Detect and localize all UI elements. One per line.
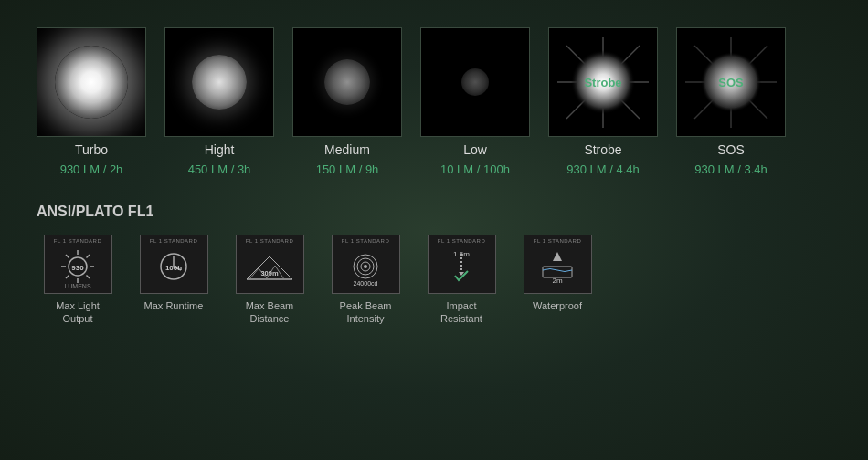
svg-line-15 <box>66 255 69 258</box>
mode-stats-strobe: 930 LM / 4.4h <box>566 162 640 176</box>
mode-name-strobe: Strobe <box>584 142 621 157</box>
mode-name-medium: Medium <box>324 142 370 157</box>
spec-impact: FL 1 STANDARD 1.5m Impact Resistant <box>420 235 503 326</box>
mode-image-high <box>164 27 274 137</box>
ansi-section: ANSI/PLATO FL1 FL 1 STANDARD <box>37 204 831 326</box>
mode-image-turbo <box>37 27 146 137</box>
spec-label-waterproof: Waterproof <box>533 299 582 312</box>
mode-image-medium <box>292 27 402 137</box>
spec-label-max-runtime: Max Runtime <box>144 299 204 312</box>
mode-stats-high: 450 LM / 3h <box>188 162 251 176</box>
mode-turbo: Turbo 930 LM / 2h <box>37 27 146 176</box>
mode-name-turbo: Turbo <box>75 142 108 157</box>
mode-stats-medium: 150 LM / 9h <box>316 162 379 176</box>
mode-name-low: Low <box>463 142 487 157</box>
svg-text:309m: 309m <box>260 269 279 277</box>
svg-line-18 <box>87 275 90 278</box>
spec-badge-peak-beam: FL 1 STANDARD 24000cd <box>332 235 400 294</box>
sos-text-label: SOS <box>718 76 743 89</box>
spec-label-peak-beam: Peak Beam Intensity <box>340 299 392 326</box>
svg-text:100h: 100h <box>165 264 182 272</box>
spec-badge-max-beam-distance: FL 1 STANDARD 309m <box>236 235 304 294</box>
mode-high: Hight 450 LM / 3h <box>164 27 274 176</box>
mode-name-sos: SOS <box>717 142 745 157</box>
mode-medium: Medium 150 LM / 9h <box>292 27 402 176</box>
mode-image-low <box>420 27 530 137</box>
mode-name-high: Hight <box>205 142 235 157</box>
ansi-title: ANSI/PLATO FL1 <box>37 204 831 220</box>
svg-text:2m: 2m <box>552 277 562 285</box>
svg-text:1.5m: 1.5m <box>453 250 470 258</box>
spec-badge-max-light: FL 1 STANDARD 930 LUMENS <box>44 235 112 294</box>
spec-max-beam-distance: FL 1 STANDARD 309m Max Beam Distance <box>228 235 311 326</box>
svg-marker-35 <box>553 252 562 261</box>
spec-max-runtime: FL 1 STANDARD 100h Max Runtime <box>132 235 215 312</box>
spec-peak-beam: FL 1 STANDARD 24000cd Peak Beam Intensit… <box>324 235 407 326</box>
svg-text:24000cd: 24000cd <box>354 280 378 287</box>
svg-line-16 <box>87 255 90 258</box>
mode-image-sos: SOS <box>676 27 786 137</box>
specs-row: FL 1 STANDARD 930 LUMENS <box>37 235 831 326</box>
mode-low: Low 10 LM / 100h <box>420 27 530 176</box>
mode-image-strobe: Strobe <box>548 27 658 137</box>
mode-stats-sos: 930 LM / 3.4h <box>694 162 767 176</box>
mode-strobe: Strobe Strobe 930 LM / 4.4h <box>548 27 658 176</box>
mode-stats-low: 10 LM / 100h <box>440 162 510 176</box>
spec-label-impact: Impact Resistant <box>440 299 482 326</box>
svg-text:930: 930 <box>71 264 84 272</box>
svg-point-30 <box>364 265 367 268</box>
lumens-sub: LUMENS <box>64 283 90 289</box>
spec-label-max-light: Max Light Output <box>56 299 100 326</box>
spec-badge-impact: FL 1 STANDARD 1.5m <box>428 235 496 294</box>
spec-badge-waterproof: FL 1 STANDARD 2m <box>524 235 592 294</box>
spec-max-light: FL 1 STANDARD 930 LUMENS <box>37 235 119 326</box>
modes-row: Turbo 930 LM / 2h Hight 450 LM / 3h Medi… <box>37 27 831 176</box>
mode-sos: SOS SOS 930 LM / 3.4h <box>676 27 786 176</box>
svg-line-17 <box>66 275 69 278</box>
strobe-text-label: Strobe <box>584 76 621 89</box>
spec-label-max-beam-distance: Max Beam Distance <box>246 299 294 326</box>
mode-stats-turbo: 930 LM / 2h <box>60 162 123 176</box>
spec-waterproof: FL 1 STANDARD 2m Waterproof <box>516 235 598 312</box>
spec-badge-max-runtime: FL 1 STANDARD 100h <box>140 235 208 294</box>
